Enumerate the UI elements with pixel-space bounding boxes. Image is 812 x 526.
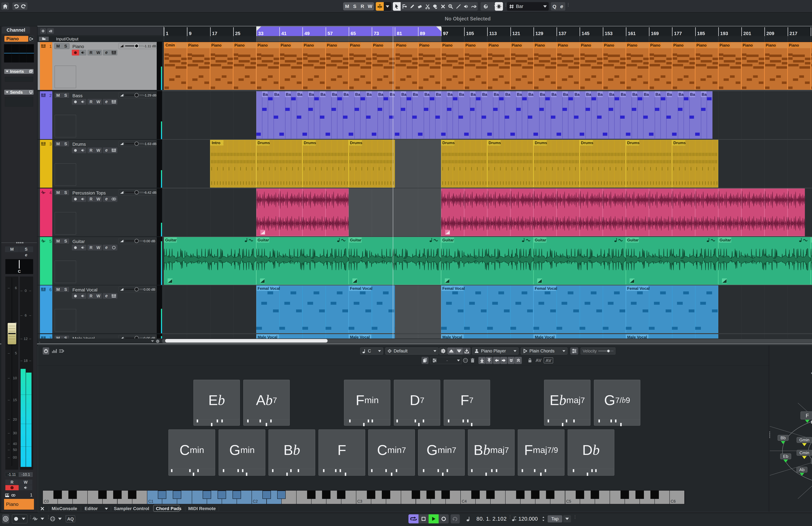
svg-text:F: F [806,413,809,419]
svg-text:IV: IV [811,420,812,425]
svg-text:Bb: Bb [781,435,786,440]
svg-text:Gmin: Gmin [799,438,809,442]
svg-text:Ab: Ab [799,467,804,472]
svg-text:Cmin: Cmin [799,450,809,455]
svg-text:Eb: Eb [783,454,788,459]
